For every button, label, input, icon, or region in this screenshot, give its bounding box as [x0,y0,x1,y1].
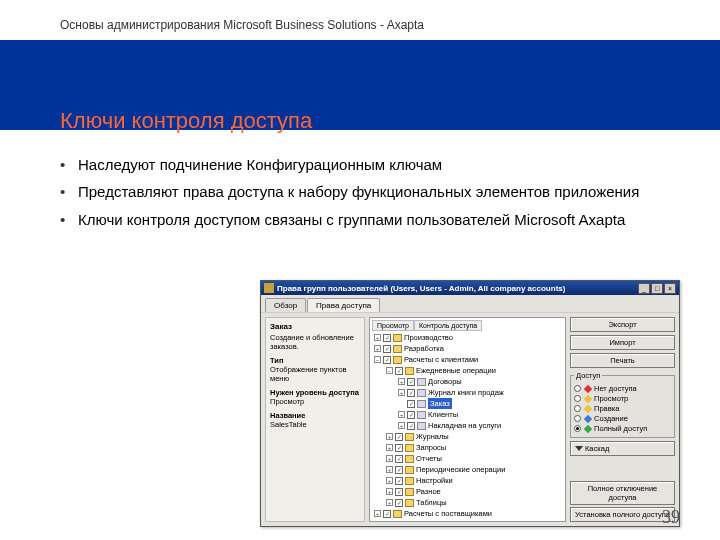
right-panel: Экспорт Импорт Печать Доступ Нет доступа… [570,317,675,522]
checkbox[interactable]: ✓ [395,466,403,474]
access-option[interactable]: Полный доступ [574,424,671,433]
expand-toggle[interactable]: + [374,345,381,352]
checkbox[interactable]: ✓ [383,334,391,342]
tree-item[interactable]: +✓Накладная на услуги [372,420,563,431]
type-label: Тип [270,356,360,365]
dialog-titlebar: Права групп пользователей (Users, Users … [261,281,679,295]
cascade-button[interactable]: Каскад [570,441,675,456]
checkbox[interactable]: ✓ [407,378,415,386]
folder-icon [405,455,414,463]
access-option[interactable]: Нет доступа [574,384,671,393]
checkbox[interactable]: ✓ [395,455,403,463]
expand-toggle[interactable]: + [398,411,405,418]
checkbox[interactable]: ✓ [407,400,415,408]
expand-toggle[interactable]: + [386,455,393,462]
disable-all-button[interactable]: Полное отключение доступа [570,481,675,505]
key-icon [417,378,426,386]
tree-item[interactable]: +✓Договоры [372,376,563,387]
expand-toggle[interactable]: + [374,510,381,517]
checkbox[interactable]: ✓ [407,411,415,419]
type-value: Отображение пунктов меню [270,365,360,383]
expand-toggle[interactable]: + [398,422,405,429]
checkbox[interactable]: ✓ [395,477,403,485]
tree-item[interactable]: +✓Расчеты с поставщиками [372,508,563,519]
checkbox[interactable]: ✓ [395,367,403,375]
checkbox[interactable]: ✓ [395,444,403,452]
bullet-list: Наследуют подчинение Конфигурационным кл… [60,155,660,230]
tree-item-label: Разное [416,486,441,497]
access-option[interactable]: Правка [574,404,671,413]
tree-item-label: Журнал книги продаж [428,387,504,398]
tree-item[interactable]: −✓Расчеты с клиентами [372,354,563,365]
tree-item[interactable]: −✓Ежедневные операции [372,365,563,376]
radio-icon [574,425,581,432]
expand-toggle[interactable]: − [386,367,393,374]
folder-icon [405,433,414,441]
tree-item-label: Договоры [428,376,462,387]
tree-item[interactable]: ✓Заказ [372,398,563,409]
tree-item-label: Периодические операции [416,464,505,475]
dialog-title: Права групп пользователей (Users, Users … [277,284,638,293]
checkbox[interactable]: ✓ [383,510,391,518]
tree-item[interactable]: +✓Клиенты [372,409,563,420]
expand-toggle[interactable]: + [386,466,393,473]
name-label: Название [270,411,360,420]
import-button[interactable]: Импорт [570,335,675,350]
bullet-item: Представляют права доступа к набору функ… [60,182,660,202]
tree-item[interactable]: +✓Таблицы [372,497,563,508]
tree-item-label: Запросы [416,442,446,453]
access-group: Доступ Нет доступаПросмотрПравкаСоздание… [570,371,675,438]
expand-toggle[interactable]: + [386,444,393,451]
expand-toggle[interactable]: + [386,477,393,484]
expand-toggle[interactable]: + [386,499,393,506]
tree-panel[interactable]: Просмотр Контроль доступа +✓Производство… [369,317,566,522]
tree-item-label: Таблицы [416,497,447,508]
checkbox[interactable]: ✓ [383,356,391,364]
expand-toggle[interactable]: − [374,356,381,363]
expand-toggle[interactable]: + [398,389,405,396]
tree-item[interactable]: +✓Разработка [372,343,563,354]
expand-toggle[interactable]: + [398,378,405,385]
access-color-icon [584,384,592,392]
checkbox[interactable]: ✓ [395,488,403,496]
enable-all-button[interactable]: Установка полного доступа [570,507,675,522]
permissions-tree[interactable]: +✓Производство+✓Разработка−✓Расчеты с кл… [372,332,563,519]
key-icon [417,389,426,397]
tree-item[interactable]: +✓Журналы [372,431,563,442]
page-number: 39 [662,507,680,528]
tab-permissions[interactable]: Права доступа [307,298,380,312]
tree-item-label: Отчеты [416,453,442,464]
checkbox[interactable]: ✓ [407,389,415,397]
access-option[interactable]: Создание [574,414,671,423]
checkbox[interactable]: ✓ [395,499,403,507]
expand-toggle[interactable]: + [386,433,393,440]
checkbox[interactable]: ✓ [395,433,403,441]
checkbox[interactable]: ✓ [383,345,391,353]
maximize-button[interactable]: □ [651,283,663,294]
folder-icon [405,444,414,452]
folder-icon [405,466,414,474]
radio-icon [574,395,581,402]
close-button[interactable]: × [664,283,676,294]
tree-item[interactable]: +✓Запросы [372,442,563,453]
level-value: Просмотр [270,397,360,406]
access-option-label: Создание [594,414,628,423]
minimize-button[interactable]: _ [638,283,650,294]
checkbox[interactable]: ✓ [407,422,415,430]
radio-icon [574,405,581,412]
tree-item[interactable]: +✓Журнал книги продаж [372,387,563,398]
title-band: Ключи контроля доступа [0,40,720,130]
print-button[interactable]: Печать [570,353,675,368]
tree-item[interactable]: +✓Разное [372,486,563,497]
name-value: SalesTable [270,420,360,429]
tree-item[interactable]: +✓Периодические операции [372,464,563,475]
access-color-icon [584,394,592,402]
tree-item[interactable]: +✓Отчеты [372,453,563,464]
expand-toggle[interactable]: + [374,334,381,341]
expand-toggle[interactable]: + [386,488,393,495]
tree-item[interactable]: +✓Производство [372,332,563,343]
access-option[interactable]: Просмотр [574,394,671,403]
export-button[interactable]: Экспорт [570,317,675,332]
tab-overview[interactable]: Обзор [265,298,306,312]
tree-item[interactable]: +✓Настройки [372,475,563,486]
